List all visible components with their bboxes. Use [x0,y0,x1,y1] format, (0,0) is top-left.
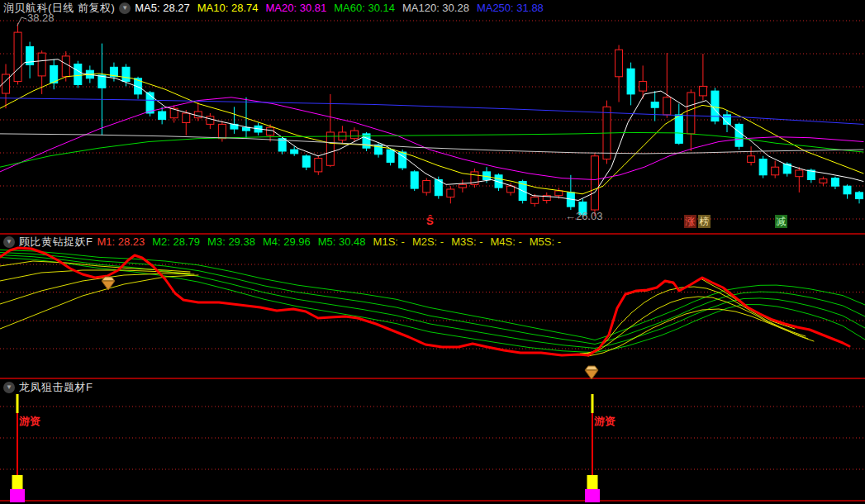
sell-point-marker: Ŝ [426,215,434,227]
indicator-value-label: M2S: - [412,235,444,248]
ma-line-MA10 [0,74,863,194]
signal-layer: 游资游资 [10,394,615,502]
collapse-chevron-icon[interactable]: ▼ [119,2,131,14]
main-chart-svg: 游资游资 [0,0,865,504]
panel-badge[interactable]: 减 [775,215,787,228]
diamond-gem-icon [102,277,115,290]
indicator-value-labels: M1: 28.23M2: 28.79M3: 29.38M4: 29.96M5: … [97,235,568,249]
high-price-label: 38.28 [27,12,55,24]
guppy-red-line [0,248,849,355]
trading-app-window: 游资游资 润贝航科(日线 前复权) ▼ MA5: 28.27MA10: 28.7… [0,0,865,504]
indicator-title: 顾比黄钻捉妖F [19,235,93,249]
ma-label: MA5: 28.27 [135,2,190,14]
main-panel-header: 润贝航科(日线 前复权) ▼ MA5: 28.27MA10: 28.74MA20… [3,2,551,15]
indicator-value-label: M5S: - [530,235,561,248]
ma-label: MA120: 30.28 [402,2,469,14]
collapse-chevron-icon[interactable]: ▼ [3,382,15,393]
guppy-green-line [0,250,865,340]
diamond-gem-icon [585,366,598,379]
indicator-value-label: M3: 29.38 [207,235,255,248]
guppy-layer [0,248,865,379]
indicator-value-label: M3S: - [451,235,482,248]
panel-badge[interactable]: 榜 [698,215,711,228]
collapse-chevron-icon[interactable]: ▼ [3,236,15,248]
high-pointer-line [17,17,26,26]
indicator-value-label: M1S: - [373,235,405,248]
signal-block-magenta [585,489,600,502]
ma-value-labels: MA5: 28.27MA10: 28.74MA20: 30.81MA60: 30… [135,2,551,15]
signal-block-magenta [10,489,25,502]
signal-block-yellow [12,475,23,490]
ma-label: MA10: 28.74 [197,2,259,14]
ma-line-MA250 [0,98,863,125]
panel-badge[interactable]: 涨 [684,215,696,228]
indicator-value-label: M4S: - [490,235,521,248]
low-price-label: ←26.03 [565,210,603,222]
indicator-value-label: M5: 30.48 [318,235,366,248]
indicator-value-label: M2: 28.79 [152,235,200,248]
ma-line-MA20 [0,97,863,180]
indicator-value-label: M1: 28.23 [97,235,145,248]
hot-money-signal-label: 游资 [19,415,40,427]
ma-label: MA250: 31.88 [477,2,544,14]
hot-money-signal-label: 游资 [594,415,615,427]
guppy-green-line [0,258,865,353]
signal-panel-header: ▼ 龙凤狙击题材F [3,381,93,394]
ma-label: MA60: 30.14 [334,2,395,14]
signal-panel-title: 龙凤狙击题材F [19,381,93,394]
stock-title: 润贝航科(日线 前复权) [3,2,115,15]
signal-block-yellow [587,475,598,490]
indicator-panel-header: ▼ 顾比黄钻捉妖F M1: 28.23M2: 28.79M3: 29.38M4:… [3,235,568,249]
ma-label: MA20: 30.81 [266,2,327,14]
indicator-value-label: M4: 29.96 [263,235,311,248]
